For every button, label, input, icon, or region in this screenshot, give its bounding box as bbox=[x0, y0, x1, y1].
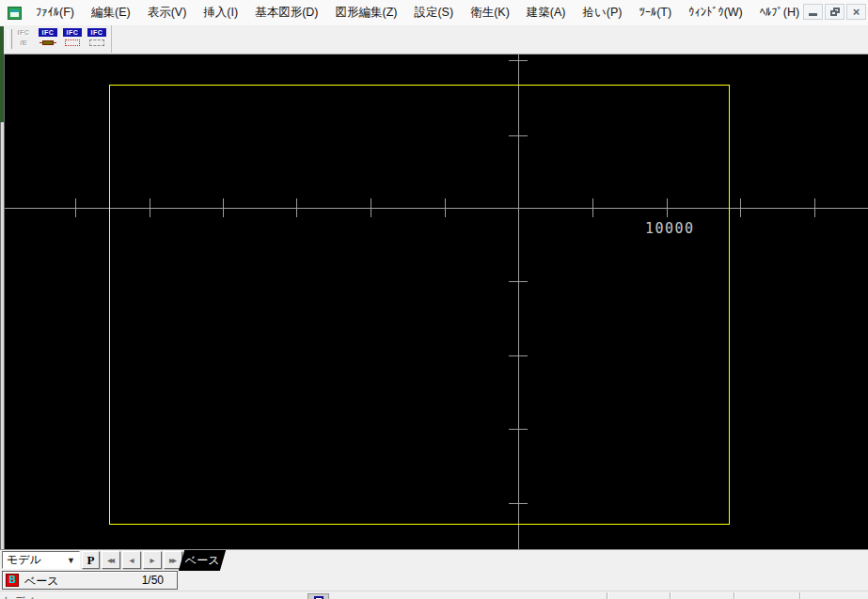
menu-item-5[interactable]: 図形編集(Z) bbox=[326, 0, 405, 25]
minimize-button[interactable] bbox=[803, 4, 823, 20]
close-icon: × bbox=[853, 6, 860, 18]
taskbar-window-icon[interactable] bbox=[308, 593, 329, 599]
menu-item-8[interactable]: 建築(A) bbox=[518, 0, 575, 25]
menu-item-0[interactable]: ﾌｧｲﾙ(F) bbox=[27, 0, 83, 25]
menu-item-12[interactable]: ﾍﾙﾌﾟ(H) bbox=[751, 0, 808, 25]
ifc-e-icon: /E bbox=[20, 39, 27, 47]
ifc-icon: IFC bbox=[87, 28, 106, 37]
ifc-import-dashed-button[interactable]: IFC bbox=[86, 28, 108, 50]
status-separator-3 bbox=[799, 592, 800, 599]
current-layer-box[interactable]: B ベース 1/50 bbox=[2, 571, 178, 590]
ifc-export-button-disabled: IFC /E bbox=[12, 28, 35, 50]
status-separator-1 bbox=[670, 592, 671, 599]
menu-item-7[interactable]: 衛生(K) bbox=[462, 0, 518, 25]
model-select[interactable]: モデル ▼ bbox=[2, 551, 80, 569]
close-button[interactable]: × bbox=[846, 4, 866, 20]
model-select-value: モデル bbox=[7, 553, 41, 566]
menubar: ﾌｧｲﾙ(F)編集(E)表示(V)挿入(I)基本図形(D)図形編集(Z)設定(S… bbox=[0, 0, 868, 26]
canvas-left-gutter bbox=[0, 55, 5, 549]
menu-item-2[interactable]: 表示(V) bbox=[139, 0, 196, 25]
prev-sheet-button[interactable]: ◂ bbox=[122, 551, 141, 569]
tab-label: ベース bbox=[185, 553, 220, 569]
status-bar: レディ bbox=[0, 591, 868, 599]
layer-badge: B bbox=[6, 574, 19, 587]
menu-item-6[interactable]: 設定(S) bbox=[405, 0, 462, 25]
ifc-import-dotted-button[interactable]: IFC bbox=[61, 28, 84, 50]
restore-icon bbox=[830, 8, 840, 16]
toolbar: IFC /E IFC IFC IFC bbox=[0, 25, 868, 55]
menu-item-3[interactable]: 挿入(I) bbox=[195, 0, 246, 25]
first-sheet-button[interactable]: ◂◂ bbox=[102, 551, 120, 569]
menubar-items: ﾌｧｲﾙ(F)編集(E)表示(V)挿入(I)基本図形(D)図形編集(Z)設定(S… bbox=[27, 0, 808, 25]
chevron-down-icon: ▼ bbox=[67, 557, 75, 565]
menu-item-11[interactable]: ｳｨﾝﾄﾞｳ(W) bbox=[680, 0, 751, 25]
status-text: レディ bbox=[4, 593, 36, 599]
menu-item-9[interactable]: 拾い(P) bbox=[574, 0, 630, 25]
page-button[interactable]: P bbox=[82, 551, 100, 569]
menu-item-10[interactable]: ﾂｰﾙ(T) bbox=[630, 0, 680, 25]
toolbar-panel: IFC /E IFC IFC IFC bbox=[6, 25, 112, 53]
menu-item-4[interactable]: 基本図形(D) bbox=[246, 0, 326, 25]
status-separator-2 bbox=[734, 592, 734, 599]
drawing-svg[interactable]: 10000 bbox=[5, 55, 868, 549]
layer-name: ベース bbox=[24, 574, 59, 590]
status-separator-0 bbox=[607, 592, 608, 599]
sheet-bar: モデル ▼ P ◂◂ ◂ ▸ ▸▸ ベース bbox=[0, 549, 868, 571]
ifc-icon: IFC bbox=[63, 28, 82, 37]
ifc-icon: IFC bbox=[14, 28, 33, 37]
minimize-icon bbox=[809, 13, 817, 16]
ifc-icon: IFC bbox=[39, 28, 57, 37]
solid-duct-icon bbox=[39, 39, 56, 46]
background-window-sliver bbox=[0, 26, 4, 122]
dimension-label: 10000 bbox=[645, 220, 695, 237]
layer-bar: B ベース 1/50 bbox=[0, 571, 868, 591]
next-sheet-button[interactable]: ▸ bbox=[143, 551, 162, 569]
restore-button[interactable] bbox=[825, 4, 844, 20]
window-controls: × bbox=[801, 4, 866, 20]
ifc-import-solid-button[interactable]: IFC bbox=[37, 28, 59, 50]
menu-item-1[interactable]: 編集(E) bbox=[83, 0, 139, 25]
app-icon[interactable] bbox=[8, 7, 22, 20]
layer-scale: 1/50 bbox=[142, 574, 164, 587]
dashed-outline-icon bbox=[89, 39, 104, 46]
tab-base-sheet[interactable]: ベース bbox=[179, 550, 226, 571]
dotted-outline-icon bbox=[65, 39, 80, 46]
